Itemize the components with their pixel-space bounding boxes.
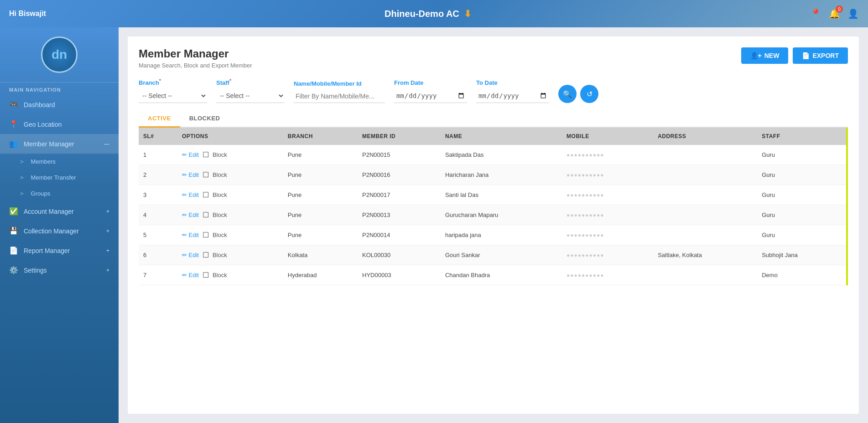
sidebar-item-members[interactable]: Members [0,154,119,170]
to-date-input[interactable] [476,89,549,103]
sidebar-item-label: Settings [24,267,47,274]
cell-mobile: ●●●●●●●●●● [562,165,653,185]
location-icon[interactable]: 📍 [810,8,821,19]
block-button[interactable]: Block [213,151,227,158]
block-checkbox[interactable]: ☐ [203,251,209,259]
cell-branch: Pune [283,225,358,245]
refresh-button[interactable]: ↺ [580,85,598,103]
members-table: SL# OPTIONS BRANCH MEMBER ID NAME MOBILE… [139,128,848,285]
cell-member-id: P2N00016 [358,165,441,185]
name-label: Name/Mobile/Member Id [294,80,385,87]
edit-button[interactable]: ✏ Edit [182,272,199,279]
sidebar-item-dashboard[interactable]: 🎮 Dashboard [0,95,119,114]
search-button[interactable]: 🔍 [558,85,577,103]
sidebar-item-geo-location[interactable]: 📍 Geo Location [0,114,119,134]
edit-button[interactable]: ✏ Edit [182,151,199,158]
cell-branch: Hyderabad [283,265,358,285]
cell-sl: 7 [139,265,177,285]
staff-label: Staff* [216,78,285,86]
from-date-input[interactable] [394,89,467,103]
block-button[interactable]: Block [213,272,227,279]
block-button[interactable]: Block [213,191,227,198]
block-checkbox[interactable]: ☐ [203,170,209,179]
sidebar-item-settings[interactable]: ⚙️ Settings + [0,260,119,280]
tab-blocked[interactable]: BLOCKED [180,110,229,128]
cell-staff: Demo [757,265,847,285]
settings-icon: ⚙️ [9,266,18,274]
staff-filter-group: Staff* -- Select -- [216,78,285,103]
notification-area[interactable]: 🔔 0 [829,8,840,19]
edit-button[interactable]: ✏ Edit [182,191,199,198]
cell-name: Chandan Bhadra [441,265,562,285]
cell-name: Gouri Sankar [441,245,562,265]
block-button[interactable]: Block [213,232,227,238]
block-checkbox[interactable]: ☐ [203,271,209,279]
cell-name: Santi lal Das [441,185,562,205]
table-row: 4 ✏ Edit ☐ Block Pune P2N00013 Guruchara… [139,205,847,225]
content-card: Member Manager Manage Search, Block and … [128,36,859,414]
new-button[interactable]: 👤+ NEW [741,47,789,64]
sidebar-item-account-manager[interactable]: ✅ Account Manager + [0,201,119,221]
cell-options: ✏ Edit ☐ Block [177,185,283,205]
branch-label: Branch* [139,78,207,86]
expand-icon: + [106,267,109,273]
cell-options: ✏ Edit ☐ Block [177,245,283,265]
geo-location-icon: 📍 [9,120,18,129]
app-name-area: Dhineu-Demo AC ⬇ [385,8,472,19]
col-options: OPTIONS [177,128,283,145]
sidebar-item-groups[interactable]: Groups [0,186,119,201]
block-checkbox[interactable]: ☐ [203,150,209,159]
filter-action-buttons: 🔍 ↺ [558,85,598,103]
block-checkbox[interactable]: ☐ [203,211,209,219]
sidebar-item-label: Member Transfer [31,174,76,181]
cell-sl: 3 [139,185,177,205]
cell-address [653,205,757,225]
edit-button[interactable]: ✏ Edit [182,252,199,258]
page-header: Member Manager Manage Search, Block and … [139,47,848,69]
block-button[interactable]: Block [213,212,227,218]
from-date-label: From Date [394,79,467,86]
sidebar-item-member-manager[interactable]: 👥 Member Manager — [0,134,119,154]
download-icon[interactable]: ⬇ [464,8,472,19]
block-checkbox[interactable]: ☐ [203,231,209,239]
staff-select[interactable]: -- Select -- [216,89,285,103]
top-header: Hi Biswajit Dhineu-Demo AC ⬇ 📍 🔔 0 👤 [0,0,868,27]
branch-select[interactable]: -- Select -- [139,89,207,103]
cell-name: Gurucharan Maparu [441,205,562,225]
col-address: ADDRESS [653,128,757,145]
page-title: Member Manager [139,47,252,60]
page-title-area: Member Manager Manage Search, Block and … [139,47,252,69]
user-avatar-icon[interactable]: 👤 [847,8,859,19]
block-button[interactable]: Block [213,252,227,258]
tab-active[interactable]: ACTIVE [139,110,180,128]
sidebar-item-collection-manager[interactable]: 💾 Collection Manager + [0,221,119,241]
edit-button[interactable]: ✏ Edit [182,171,199,178]
name-search-input[interactable] [294,90,385,103]
cell-address [653,265,757,285]
block-button[interactable]: Block [213,171,227,178]
cell-branch: Pune [283,165,358,185]
table-row: 6 ✏ Edit ☐ Block Kolkata KOL00030 Gouri … [139,245,847,265]
app-name: Dhineu-Demo AC [385,9,459,19]
export-icon: 📄 [802,52,810,59]
cell-address [653,145,757,165]
sidebar-item-report-manager[interactable]: 📄 Report Manager + [0,241,119,260]
sidebar-item-member-transfer[interactable]: Member Transfer [0,170,119,186]
cell-member-id: HYD00003 [358,265,441,285]
cell-sl: 4 [139,205,177,225]
table-row: 1 ✏ Edit ☐ Block Pune P2N00015 Saktipada… [139,145,847,165]
block-checkbox[interactable]: ☐ [203,191,209,199]
edit-button[interactable]: ✏ Edit [182,212,199,218]
sidebar: dn MAIN NAVIGATION 🎮 Dashboard 📍 Geo Loc… [0,27,119,423]
table-row: 7 ✏ Edit ☐ Block Hyderabad HYD00003 Chan… [139,265,847,285]
export-button[interactable]: 📄 EXPORT [793,47,848,64]
cell-address [653,225,757,245]
table-container: SL# OPTIONS BRANCH MEMBER ID NAME MOBILE… [139,128,848,285]
expand-icon: + [106,208,109,215]
cell-address [653,185,757,205]
cell-mobile: ●●●●●●●●●● [562,225,653,245]
page-subtitle: Manage Search, Block and Export Member [139,62,252,69]
edit-button[interactable]: ✏ Edit [182,232,199,238]
cell-branch: Pune [283,145,358,165]
to-date-label: To Date [476,79,549,86]
